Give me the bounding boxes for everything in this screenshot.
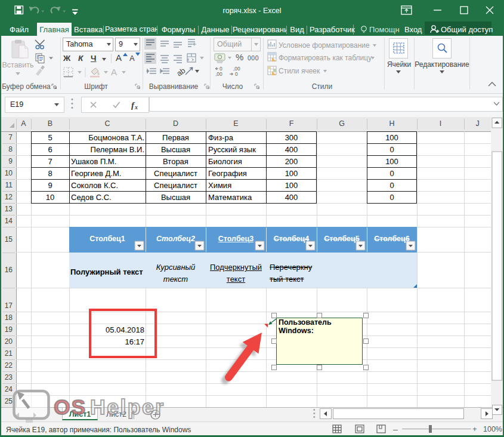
svg-text:x: x	[134, 104, 138, 110]
svg-text:А: А	[111, 67, 117, 77]
svg-text:Helper: Helper	[90, 395, 165, 419]
svg-text:0: 0	[235, 71, 238, 77]
svg-text:OS: OS	[54, 395, 86, 419]
svg-text:,00: ,00	[215, 71, 222, 77]
